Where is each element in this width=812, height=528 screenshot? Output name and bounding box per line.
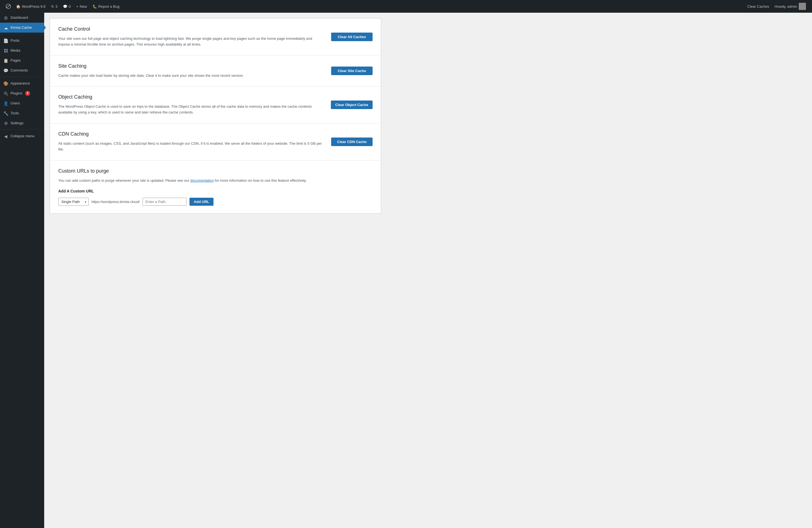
collapse-icon: ◀ xyxy=(3,134,8,138)
object-caching-description: The WordPress Object Cache is used to sa… xyxy=(58,104,323,115)
clear-caches-link[interactable]: Clear Caches xyxy=(744,0,772,13)
cache-control-header: Cache Control Your site uses our full pa… xyxy=(58,26,373,47)
sidebar-item-kinsta-cache[interactable]: ☁ Kinsta Cache xyxy=(0,23,44,33)
report-bug-link[interactable]: 🐛 Report a Bug xyxy=(90,0,122,13)
clear-all-caches-button[interactable]: Clear All Caches xyxy=(331,33,373,41)
sidebar-item-pages[interactable]: 📋 Pages xyxy=(0,56,44,65)
cache-control-section: Cache Control Your site uses our full pa… xyxy=(50,18,381,56)
site-name-link[interactable]: 🏠 WordPress 6.6 xyxy=(13,0,48,13)
admin-sidebar: ⊞ Dashboard ☁ Kinsta Cache 📄 Posts � xyxy=(0,13,44,528)
sidebar-label-collapse: Collapse menu xyxy=(11,134,34,138)
site-caching-description: Cache makes your site load faster by sto… xyxy=(58,73,323,79)
wp-logo-icon[interactable] xyxy=(3,0,13,13)
clear-cdn-cache-button[interactable]: Clear CDN Cache xyxy=(331,137,373,146)
admin-menu: ⊞ Dashboard ☁ Kinsta Cache 📄 Posts � xyxy=(0,13,44,141)
sidebar-label-comments: Comments xyxy=(11,68,28,73)
object-caching-header: Object Caching The WordPress Object Cach… xyxy=(58,94,373,115)
media-icon: 🖼 xyxy=(3,48,8,53)
object-caching-title: Object Caching xyxy=(58,94,325,100)
add-custom-url-title: Add A Custom URL xyxy=(58,189,373,193)
kinsta-cache-icon: ☁ xyxy=(3,25,8,30)
plus-icon: + xyxy=(76,4,78,9)
updates-link[interactable]: ↻ 3 xyxy=(48,0,60,13)
path-input[interactable] xyxy=(143,198,187,206)
tools-icon: 🔧 xyxy=(3,111,8,116)
cache-control-title: Cache Control xyxy=(58,26,325,32)
sidebar-label-settings: Settings xyxy=(11,121,24,126)
add-url-row: Single Path https://wordpress.kinsta.clo… xyxy=(58,198,373,206)
sidebar-label-tools: Tools xyxy=(11,111,19,116)
sidebar-item-appearance[interactable]: 🎨 Appearance xyxy=(0,78,44,88)
sidebar-label-posts: Posts xyxy=(11,38,19,43)
sidebar-label-users: Users xyxy=(11,101,20,106)
plugins-badge: 3 xyxy=(25,91,30,96)
comments-menu-icon: 💬 xyxy=(3,68,8,73)
bug-icon: 🐛 xyxy=(92,4,97,9)
sidebar-label-pages: Pages xyxy=(11,58,21,63)
avatar xyxy=(799,3,806,10)
sidebar-item-dashboard[interactable]: ⊞ Dashboard xyxy=(0,13,44,23)
sidebar-label-media: Media xyxy=(11,48,20,53)
main-content: Cache Control Your site uses our full pa… xyxy=(44,13,812,528)
howdy-link[interactable]: Howdy, admin xyxy=(772,0,809,13)
sidebar-item-settings[interactable]: ⚙ Settings xyxy=(0,118,44,128)
pages-icon: 📋 xyxy=(3,58,8,63)
cdn-caching-header: CDN Caching All static content (such as … xyxy=(58,131,373,152)
posts-icon: 📄 xyxy=(3,38,8,43)
settings-icon: ⚙ xyxy=(3,121,8,126)
updates-icon: ↻ xyxy=(51,4,54,9)
url-prefix-label: https://wordpress.kinsta.cloud/ xyxy=(91,200,140,204)
cache-control-content: Cache Control Your site uses our full pa… xyxy=(58,26,325,47)
object-caching-content: Object Caching The WordPress Object Cach… xyxy=(58,94,325,115)
documentation-link[interactable]: documentation xyxy=(190,178,214,182)
add-url-button[interactable]: Add URL xyxy=(189,198,214,206)
clear-site-cache-button[interactable]: Clear Site Cache xyxy=(331,67,373,75)
content-wrap: Cache Control Your site uses our full pa… xyxy=(50,18,381,214)
object-caching-section: Object Caching The WordPress Object Cach… xyxy=(50,86,381,123)
cdn-caching-description: All static content (such as images, CSS,… xyxy=(58,141,323,152)
site-caching-header: Site Caching Cache makes your site load … xyxy=(58,63,373,79)
sidebar-item-media[interactable]: 🖼 Media xyxy=(0,46,44,56)
cache-control-description: Your site uses our full page and object … xyxy=(58,36,323,47)
sidebar-item-collapse[interactable]: ◀ Collapse menu xyxy=(0,131,44,141)
path-type-wrapper: Single Path xyxy=(58,198,89,206)
custom-urls-section: Custom URLs to purge You can add custom … xyxy=(50,160,381,214)
sidebar-item-comments[interactable]: 💬 Comments xyxy=(0,65,44,75)
sidebar-item-posts[interactable]: 📄 Posts xyxy=(0,35,44,46)
custom-urls-title: Custom URLs to purge xyxy=(58,168,373,174)
custom-urls-description: You can add custom paths to purge whenev… xyxy=(58,178,323,184)
clear-object-cache-button[interactable]: Clear Object Cache xyxy=(331,101,373,109)
site-caching-title: Site Caching xyxy=(58,63,325,69)
sidebar-item-plugins[interactable]: 🔌 Plugins 3 xyxy=(0,88,44,98)
comments-link[interactable]: 💬 0 xyxy=(60,0,73,13)
path-type-select[interactable]: Single Path xyxy=(58,198,89,206)
sidebar-item-tools[interactable]: 🔧 Tools xyxy=(0,108,44,118)
users-icon: 👤 xyxy=(3,101,8,106)
sidebar-item-users[interactable]: 👤 Users xyxy=(0,98,44,108)
sidebar-label-kinsta-cache: Kinsta Cache xyxy=(11,25,32,30)
dashboard-icon: ⊞ xyxy=(3,15,8,20)
sidebar-label-plugins: Plugins xyxy=(11,91,23,96)
new-link[interactable]: + New xyxy=(73,0,90,13)
home-icon: 🏠 xyxy=(16,4,20,9)
comments-icon: 💬 xyxy=(63,4,68,9)
site-caching-content: Site Caching Cache makes your site load … xyxy=(58,63,325,79)
wp-wrap: ⊞ Dashboard ☁ Kinsta Cache 📄 Posts � xyxy=(0,13,812,528)
sidebar-label-dashboard: Dashboard xyxy=(11,15,28,20)
cdn-caching-title: CDN Caching xyxy=(58,131,325,137)
cdn-caching-section: CDN Caching All static content (such as … xyxy=(50,123,381,160)
cdn-caching-content: CDN Caching All static content (such as … xyxy=(58,131,325,152)
appearance-icon: 🎨 xyxy=(3,81,8,86)
plugins-icon: 🔌 xyxy=(3,91,8,96)
sidebar-label-appearance: Appearance xyxy=(11,81,30,86)
site-caching-section: Site Caching Cache makes your site load … xyxy=(50,56,381,87)
admin-bar: 🏠 WordPress 6.6 ↻ 3 💬 0 + New 🐛 Report a… xyxy=(0,0,812,13)
